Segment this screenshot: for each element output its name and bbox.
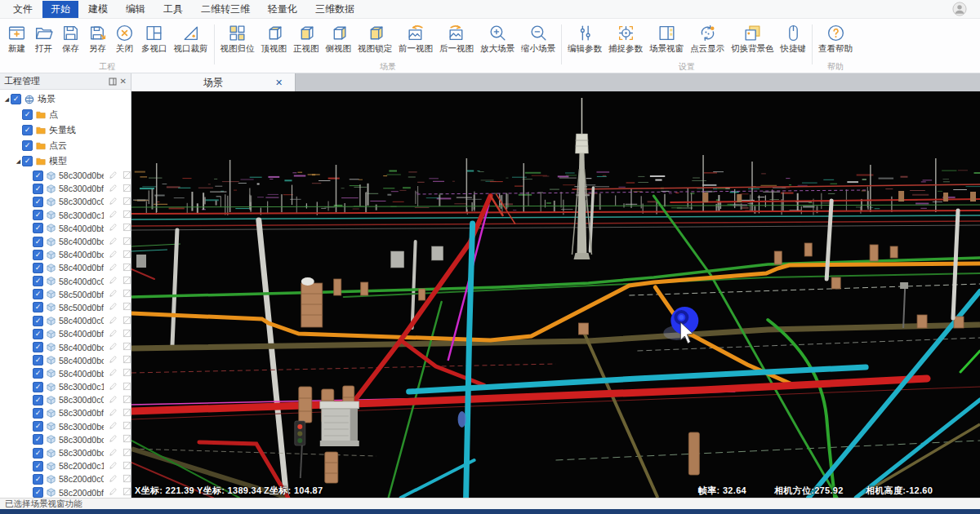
edit-pencil-icon[interactable] xyxy=(109,289,118,299)
no-edit-icon[interactable] xyxy=(122,210,131,220)
menu-item-5[interactable]: 二维转三维 xyxy=(193,1,258,18)
panel-close-icon[interactable]: ✕ xyxy=(120,78,127,86)
edit-pencil-icon[interactable] xyxy=(109,368,118,379)
checkbox-checked[interactable]: ✓ xyxy=(33,474,43,485)
edit-pencil-icon[interactable] xyxy=(109,408,118,419)
tree-item-label[interactable]: 58c300d0c1 xyxy=(59,210,104,220)
checkbox-checked[interactable]: ✓ xyxy=(33,237,43,247)
no-edit-icon[interactable] xyxy=(122,421,131,432)
snap-params-button[interactable]: 捕捉参数 xyxy=(605,21,646,54)
tree-model-item[interactable]: ✓58c300d0c0 xyxy=(0,195,131,208)
tree-model-item[interactable]: ✓58c400d0bf xyxy=(0,261,131,274)
checkbox-checked[interactable]: ✓ xyxy=(33,250,43,260)
edit-pencil-icon[interactable] xyxy=(109,316,118,326)
tree-item-label[interactable]: 矢量线 xyxy=(49,124,76,136)
no-edit-icon[interactable] xyxy=(122,263,131,273)
edit-pencil-icon[interactable] xyxy=(109,197,118,207)
tree-item-label[interactable]: 模型 xyxy=(49,155,67,167)
expander-icon[interactable]: ◢ xyxy=(15,158,22,165)
tree-item-label[interactable]: 58c400d0bf xyxy=(59,329,104,339)
no-edit-icon[interactable] xyxy=(122,434,131,445)
tree-model-item[interactable]: ✓58c200d0bf xyxy=(0,486,131,498)
tree-model-item[interactable]: ✓58c300d0bf xyxy=(0,406,131,419)
tree-item-label[interactable]: 58c300d0c0 xyxy=(59,395,104,405)
no-edit-icon[interactable] xyxy=(122,487,131,498)
no-edit-icon[interactable] xyxy=(122,237,131,247)
tree-item-label[interactable]: 58c200d0bf xyxy=(59,488,104,498)
edit-pencil-icon[interactable] xyxy=(109,250,118,260)
checkbox-checked[interactable]: ✓ xyxy=(33,171,43,181)
save-button[interactable]: 保存 xyxy=(57,21,84,54)
help-button[interactable]: 查看帮助 xyxy=(815,21,856,54)
view-lock-button[interactable]: 视图锁定 xyxy=(354,21,395,54)
multi-viewport-button[interactable]: 多视口 xyxy=(138,21,171,54)
edit-pencil-icon[interactable] xyxy=(109,184,118,194)
menu-item-3[interactable]: 编辑 xyxy=(118,1,154,18)
edit-pencil-icon[interactable] xyxy=(109,329,118,339)
menu-item-6[interactable]: 轻量化 xyxy=(260,1,305,18)
no-edit-icon[interactable] xyxy=(122,461,131,472)
checkbox-checked[interactable]: ✓ xyxy=(33,223,43,233)
menu-item-0[interactable]: 文件 xyxy=(5,1,41,18)
no-edit-icon[interactable] xyxy=(122,382,131,392)
tree-item-label[interactable]: 点 xyxy=(49,109,58,121)
prev-view-button[interactable]: 前一视图 xyxy=(395,21,436,54)
edit-pencil-icon[interactable] xyxy=(109,342,118,352)
point-cloud-button[interactable]: 点云显示 xyxy=(687,21,728,54)
no-edit-icon[interactable] xyxy=(122,250,131,260)
tree-item-label[interactable]: 58c300d0be xyxy=(59,422,104,432)
checkbox-checked[interactable]: ✓ xyxy=(33,302,43,312)
checkbox-checked[interactable]: ✓ xyxy=(22,125,33,135)
tree-model-item[interactable]: ✓58c200d0c1 xyxy=(0,459,131,472)
no-edit-icon[interactable] xyxy=(122,408,131,419)
checkbox-checked[interactable]: ✓ xyxy=(22,140,33,151)
no-edit-icon[interactable] xyxy=(122,316,131,326)
tree-folder-2[interactable]: ✓点云 xyxy=(0,138,131,153)
tree-model-item[interactable]: ✓58c400d0bc xyxy=(0,248,131,261)
checkbox-checked[interactable]: ✓ xyxy=(33,421,43,432)
side-view-button[interactable]: 侧视图 xyxy=(323,21,355,54)
next-view-button[interactable]: 后一视图 xyxy=(436,21,477,54)
scene-3d-view[interactable]: X坐标: 221.39 Y坐标: 1389.34 Z坐标: 104.87 帧率:… xyxy=(131,91,980,498)
checkbox-checked[interactable]: ✓ xyxy=(33,184,43,194)
tree-model-item[interactable]: ✓58c300d0be xyxy=(0,169,131,182)
checkbox-checked[interactable]: ✓ xyxy=(33,342,43,352)
checkbox-checked[interactable]: ✓ xyxy=(33,461,43,472)
checkbox-checked[interactable]: ✓ xyxy=(33,329,43,339)
tree-item-label[interactable]: 58c400d0bb xyxy=(59,224,104,233)
checkbox-checked[interactable]: ✓ xyxy=(33,289,43,299)
tree-model-item[interactable]: ✓58c300d0bc xyxy=(0,446,131,459)
no-edit-icon[interactable] xyxy=(122,448,131,459)
tree-model-item[interactable]: ✓58c400d0bb xyxy=(0,222,131,235)
checkbox-checked[interactable]: ✓ xyxy=(33,448,43,459)
tree-item-label[interactable]: 58c400d0bc xyxy=(59,343,104,352)
edit-pencil-icon[interactable] xyxy=(109,395,118,405)
tree-item-label[interactable]: 58c300d0c1 xyxy=(59,382,104,392)
tree-folder-0[interactable]: ✓点 xyxy=(0,107,131,122)
open-folder-button[interactable]: 打开 xyxy=(30,21,57,54)
tree-item-label[interactable]: 58c400d0bc xyxy=(59,250,104,259)
edit-pencil-icon[interactable] xyxy=(109,421,118,432)
tree-item-label[interactable]: 58c300d0bf xyxy=(59,184,104,193)
tree-root-scene[interactable]: ◢✓场景 xyxy=(0,91,131,107)
tree-item-label[interactable]: 58c500d0bf xyxy=(59,303,104,312)
scene-window-button[interactable]: 场景视窗 xyxy=(646,21,687,54)
checkbox-checked[interactable]: ✓ xyxy=(33,276,43,286)
no-edit-icon[interactable] xyxy=(122,342,131,352)
no-edit-icon[interactable] xyxy=(122,289,131,299)
tree-item-label[interactable]: 58c200d0c1 xyxy=(59,461,104,471)
no-edit-icon[interactable] xyxy=(122,184,131,194)
no-edit-icon[interactable] xyxy=(122,197,131,207)
tab-scene[interactable]: 场景 ✕ xyxy=(131,73,296,91)
expander-icon[interactable]: ◢ xyxy=(3,96,11,103)
tree-model-item[interactable]: ✓58c300d0bc xyxy=(0,433,131,446)
tree-model-item[interactable]: ✓58c400d0c0 xyxy=(0,314,131,327)
tree-item-label[interactable]: 58c400d0bc xyxy=(59,237,104,246)
edit-pencil-icon[interactable] xyxy=(109,210,118,220)
toggle-background-button[interactable]: 切换背景色 xyxy=(728,21,777,54)
checkbox-checked[interactable]: ✓ xyxy=(33,316,43,326)
edit-pencil-icon[interactable] xyxy=(109,237,118,247)
checkbox-checked[interactable]: ✓ xyxy=(33,197,43,207)
tab-close-icon[interactable]: ✕ xyxy=(275,78,295,88)
checkbox-checked[interactable]: ✓ xyxy=(33,210,43,220)
